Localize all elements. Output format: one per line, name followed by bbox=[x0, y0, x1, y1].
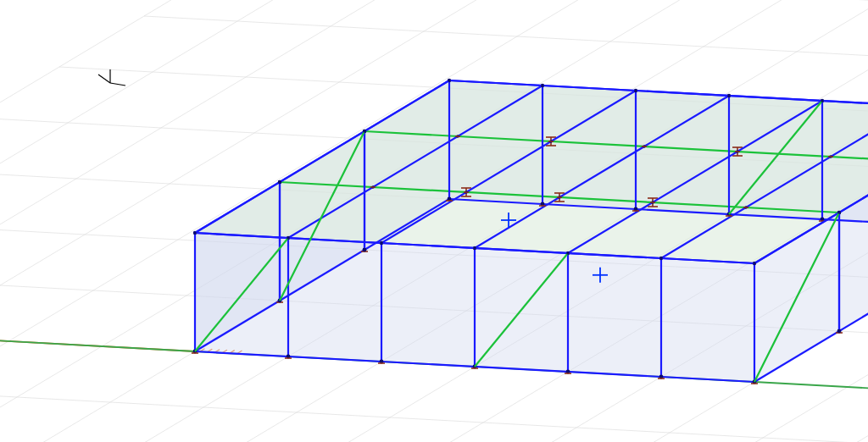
svg-point-133 bbox=[363, 248, 366, 251]
svg-point-161 bbox=[659, 257, 663, 260]
svg-line-37 bbox=[0, 331, 195, 351]
svg-line-24 bbox=[0, 372, 868, 442]
svg-point-148 bbox=[541, 84, 544, 87]
svg-point-141 bbox=[193, 231, 197, 235]
svg-point-143 bbox=[363, 130, 366, 133]
svg-point-145 bbox=[287, 236, 290, 240]
svg-line-45 bbox=[110, 83, 125, 86]
ucs-icon bbox=[98, 69, 125, 86]
svg-point-128 bbox=[837, 329, 841, 333]
svg-point-160 bbox=[821, 99, 824, 102]
svg-line-46 bbox=[98, 75, 110, 83]
svg-point-149 bbox=[380, 241, 383, 245]
structural-3d-view[interactable] bbox=[0, 0, 868, 442]
svg-point-166 bbox=[837, 211, 841, 214]
svg-point-165 bbox=[753, 262, 756, 265]
svg-point-152 bbox=[634, 89, 637, 92]
svg-point-144 bbox=[448, 79, 451, 82]
svg-point-157 bbox=[566, 251, 570, 255]
svg-point-153 bbox=[473, 246, 476, 250]
svg-point-142 bbox=[278, 180, 281, 184]
svg-point-156 bbox=[727, 94, 731, 97]
svg-line-33 bbox=[314, 0, 868, 6]
svg-line-23 bbox=[0, 423, 868, 442]
svg-line-32 bbox=[229, 0, 868, 57]
